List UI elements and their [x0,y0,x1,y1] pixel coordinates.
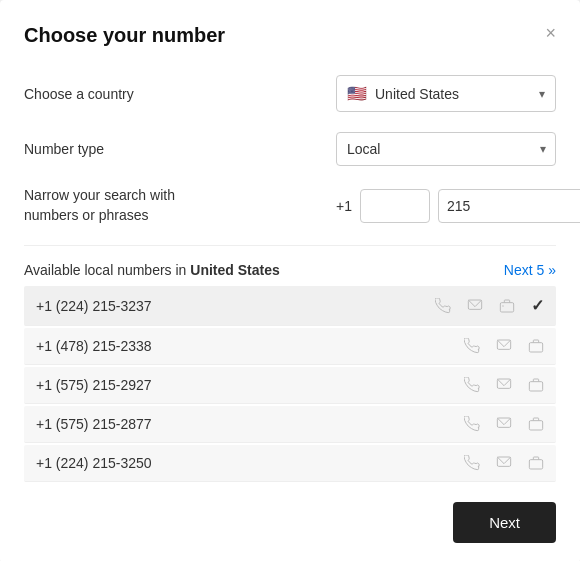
phone-number: +1 (224) 215-3250 [36,455,464,471]
voice-icon-btn[interactable] [435,298,451,314]
voice-icon-btn[interactable] [464,377,480,393]
choose-number-modal: Choose your number × Choose a country 🇺🇸… [0,0,580,561]
country-value: United States [375,86,459,102]
phone-number: +1 (575) 215-2877 [36,416,464,432]
fax-icon-btn[interactable] [528,338,544,354]
fax-icon [528,377,544,393]
selected-check: ✓ [531,296,544,315]
narrow-search-row: Narrow your search with numbers or phras… [24,186,556,225]
modal-title: Choose your number [24,24,225,47]
fax-icon [528,338,544,354]
voice-icon-btn[interactable] [464,455,480,471]
fax-icon-btn[interactable] [528,416,544,432]
modal-footer: Next [24,502,556,543]
sms-icon [467,298,483,314]
country-select-wrapper: 🇺🇸 United States ▾ [336,75,556,112]
narrow-inputs-group: +1 [336,189,556,223]
fax-icon [528,455,544,471]
phone-icon [464,455,480,471]
voice-icon-btn[interactable] [464,338,480,354]
icon-group [464,416,544,432]
next-5-link[interactable]: Next 5 » [504,262,556,278]
phone-icon [464,338,480,354]
phone-icon [435,298,451,314]
number-row[interactable]: +1 (478) 215-2338 [24,328,556,365]
available-header: Available local numbers in United States… [24,262,556,278]
fax-icon-btn[interactable] [499,298,515,314]
svg-rect-1 [500,302,513,311]
country-select[interactable]: 🇺🇸 United States ▾ [336,75,556,112]
numbers-list: +1 (224) 215-3237 [24,286,556,482]
number-type-select[interactable]: Local Toll-Free Mobile [336,132,556,166]
sms-icon-btn[interactable] [496,455,512,471]
svg-rect-10 [529,460,542,469]
svg-rect-4 [529,343,542,352]
modal-header: Choose your number × [24,24,556,47]
number-row[interactable]: +1 (575) 215-2927 [24,367,556,404]
sms-icon [496,338,512,354]
phone-number: +1 (224) 215-3237 [36,298,435,314]
icon-group [464,338,544,354]
country-dropdown-arrow: ▾ [539,87,545,101]
sms-icon-btn[interactable] [496,377,512,393]
number-row[interactable]: +1 (575) 215-2877 [24,406,556,443]
country-label: Choose a country [24,86,134,102]
sms-icon [496,377,512,393]
sms-icon-btn[interactable] [496,338,512,354]
next-button[interactable]: Next [453,502,556,543]
divider [24,245,556,246]
svg-rect-6 [529,382,542,391]
fax-icon-btn[interactable] [528,377,544,393]
icon-group: ✓ [435,296,544,315]
number-row[interactable]: +1 (224) 215-3250 [24,445,556,482]
phone-icon [464,377,480,393]
area-code-input[interactable] [360,189,430,223]
icon-group [464,455,544,471]
fax-icon-btn[interactable] [528,455,544,471]
number-type-row: Number type Local Toll-Free Mobile ▾ [24,132,556,166]
narrow-search-label: Narrow your search with numbers or phras… [24,186,224,225]
sms-icon [496,455,512,471]
country-row: Choose a country 🇺🇸 United States ▾ [24,75,556,112]
number-type-label: Number type [24,141,104,157]
fax-icon [528,416,544,432]
flag-icon: 🇺🇸 [347,84,367,103]
sms-icon [496,416,512,432]
close-button[interactable]: × [545,24,556,42]
voice-icon-btn[interactable] [464,416,480,432]
country-code: +1 [336,198,352,214]
phone-number: +1 (478) 215-2338 [36,338,464,354]
svg-rect-8 [529,421,542,430]
phone-icon [464,416,480,432]
available-label: Available local numbers in United States [24,262,280,278]
sms-icon-btn[interactable] [467,298,483,314]
phone-number: +1 (575) 215-2927 [36,377,464,393]
phrase-input[interactable] [438,189,580,223]
fax-icon [499,298,515,314]
number-type-select-wrapper: Local Toll-Free Mobile ▾ [336,132,556,166]
icon-group [464,377,544,393]
number-row[interactable]: +1 (224) 215-3237 [24,286,556,326]
sms-icon-btn[interactable] [496,416,512,432]
